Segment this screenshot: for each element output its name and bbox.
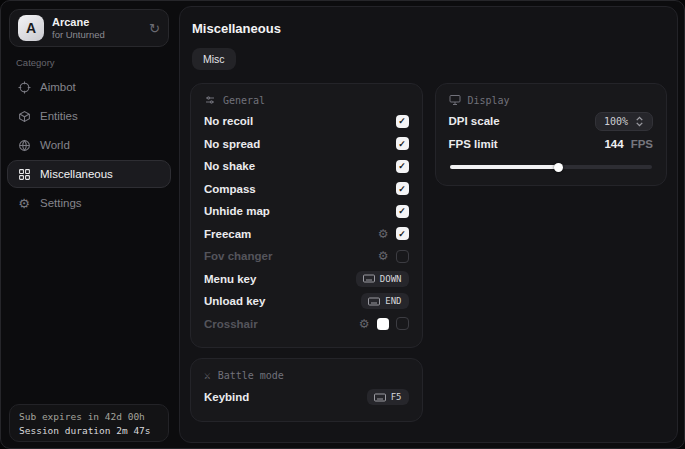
sidebar-item-miscellaneous[interactable]: Miscellaneous — [7, 160, 171, 188]
setting-row-no-spread: No spread ✓ — [204, 133, 409, 156]
keybind-button[interactable]: END — [361, 293, 408, 309]
fps-limit-unit: FPS — [631, 138, 653, 150]
cube-icon — [17, 109, 31, 123]
setting-label: No recoil — [204, 115, 253, 127]
sidebar-item-label: Entities — [40, 110, 78, 122]
setting-label: Compass — [204, 183, 256, 195]
dpi-scale-select[interactable]: 100% — [595, 112, 653, 131]
page-title: Miscellaneous — [192, 21, 667, 36]
session-duration-text: Session duration 2m 47s — [19, 424, 159, 437]
sidebar-item-aimbot[interactable]: Aimbot — [7, 73, 171, 101]
brand-card: A Arcane for Unturned ↻ — [9, 9, 169, 47]
refresh-icon[interactable]: ↻ — [149, 21, 160, 36]
setting-row-unload-key: Unload key END — [204, 290, 409, 313]
gear-icon: ⚙ — [17, 196, 31, 210]
setting-label: Unload key — [204, 295, 265, 307]
setting-label: No spread — [204, 138, 260, 150]
monitor-icon — [449, 94, 461, 106]
setting-label: No shake — [204, 160, 255, 172]
sidebar-item-world[interactable]: World — [7, 131, 171, 159]
keybind-value: END — [385, 296, 401, 306]
gear-icon[interactable]: ⚙ — [378, 228, 389, 240]
globe-icon — [17, 138, 31, 152]
checkbox[interactable]: ✓ — [396, 160, 409, 173]
checkbox[interactable]: ✓ — [396, 205, 409, 218]
fps-limit-slider[interactable] — [450, 165, 653, 169]
sidebar-nav: Aimbot Entities World Miscellaneous — [7, 73, 171, 217]
setting-row-keybind: Keybind F5 — [204, 386, 409, 409]
display-card-header: Display — [449, 94, 654, 106]
chevrons-up-down-icon — [635, 116, 644, 127]
checkbox[interactable]: ✓ — [396, 137, 409, 150]
fps-limit-value: 144 — [604, 138, 623, 150]
setting-label: FPS limit — [449, 138, 498, 150]
left-column: General No recoil ✓ No spread ✓ No shake… — [190, 83, 423, 422]
keyboard-icon — [363, 274, 375, 283]
fps-slider-thumb[interactable] — [554, 163, 563, 172]
setting-row-fps-limit: FPS limit 144 FPS — [449, 133, 654, 156]
checkbox[interactable]: ✓ — [396, 182, 409, 195]
keybind-value: DOWN — [380, 274, 402, 284]
checkbox[interactable]: ✓ — [396, 227, 409, 240]
setting-row-compass: Compass ✓ — [204, 178, 409, 201]
sidebar-item-label: Miscellaneous — [40, 168, 113, 180]
setting-row-crosshair: Crosshair ⚙ — [204, 313, 409, 336]
keybind-button[interactable]: DOWN — [356, 271, 409, 287]
setting-row-fov-changer: Fov changer ⚙ — [204, 245, 409, 268]
brand-text: Arcane for Unturned — [52, 16, 105, 40]
keyboard-icon — [374, 393, 386, 402]
gear-icon[interactable]: ⚙ — [378, 250, 389, 262]
setting-label: DPI scale — [449, 115, 500, 127]
app-window: A Arcane for Unturned ↻ Category Aimbot … — [0, 0, 685, 449]
sidebar-item-settings[interactable]: ⚙ Settings — [7, 189, 171, 217]
app-subtitle: for Unturned — [52, 29, 105, 40]
setting-label: Crosshair — [204, 318, 258, 330]
app-logo: A — [18, 15, 44, 41]
color-swatch[interactable] — [377, 318, 389, 330]
battle-mode-card-title: Battle mode — [218, 370, 284, 381]
main-panel: Miscellaneous Misc General No recoil ✓ N… — [179, 6, 678, 443]
keybind-value: F5 — [391, 392, 402, 402]
checkbox[interactable] — [396, 317, 409, 330]
category-label: Category — [16, 57, 55, 68]
keybind-button[interactable]: F5 — [367, 389, 409, 405]
general-card-title: General — [223, 95, 265, 106]
checkbox[interactable]: ✓ — [396, 115, 409, 128]
setting-row-menu-key: Menu key DOWN — [204, 268, 409, 291]
setting-label: Fov changer — [204, 250, 272, 262]
setting-row-unhide-map: Unhide map ✓ — [204, 200, 409, 223]
general-card: General No recoil ✓ No spread ✓ No shake… — [190, 83, 423, 348]
setting-label: Freecam — [204, 228, 251, 240]
content-columns: General No recoil ✓ No spread ✓ No shake… — [190, 83, 667, 422]
general-card-header: General — [204, 94, 409, 106]
keyboard-icon — [368, 297, 380, 306]
sidebar-item-label: World — [40, 139, 70, 151]
sub-expiry-text: Sub expires in 42d 00h — [19, 410, 159, 424]
subscription-card: Sub expires in 42d 00h Session duration … — [9, 404, 169, 442]
tab-misc[interactable]: Misc — [192, 48, 236, 70]
setting-row-dpi-scale: DPI scale 100% — [449, 110, 654, 133]
sidebar-item-label: Aimbot — [40, 81, 76, 93]
display-card: Display DPI scale 100% FPS limit — [435, 83, 668, 186]
checkbox[interactable] — [396, 250, 409, 263]
display-card-title: Display — [468, 95, 510, 106]
setting-row-freecam: Freecam ⚙ ✓ — [204, 223, 409, 246]
setting-row-no-recoil: No recoil ✓ — [204, 110, 409, 133]
swords-icon: ⚔ — [204, 369, 211, 382]
battle-mode-card: ⚔ Battle mode Keybind F5 — [190, 358, 423, 422]
fps-slider-fill — [450, 165, 559, 169]
setting-label: Unhide map — [204, 205, 270, 217]
setting-row-no-shake: No shake ✓ — [204, 155, 409, 178]
battle-mode-card-header: ⚔ Battle mode — [204, 369, 409, 382]
sidebar: A Arcane for Unturned ↻ Category Aimbot … — [1, 1, 179, 448]
grid-icon — [17, 167, 31, 181]
crosshair-icon — [17, 80, 31, 94]
setting-label: Keybind — [204, 391, 249, 403]
gear-icon[interactable]: ⚙ — [359, 318, 370, 330]
setting-label: Menu key — [204, 273, 256, 285]
sidebar-item-entities[interactable]: Entities — [7, 102, 171, 130]
sliders-icon — [204, 94, 216, 106]
right-column: Display DPI scale 100% FPS limit — [435, 83, 668, 186]
dpi-scale-value: 100% — [604, 116, 628, 127]
sidebar-item-label: Settings — [40, 197, 82, 209]
